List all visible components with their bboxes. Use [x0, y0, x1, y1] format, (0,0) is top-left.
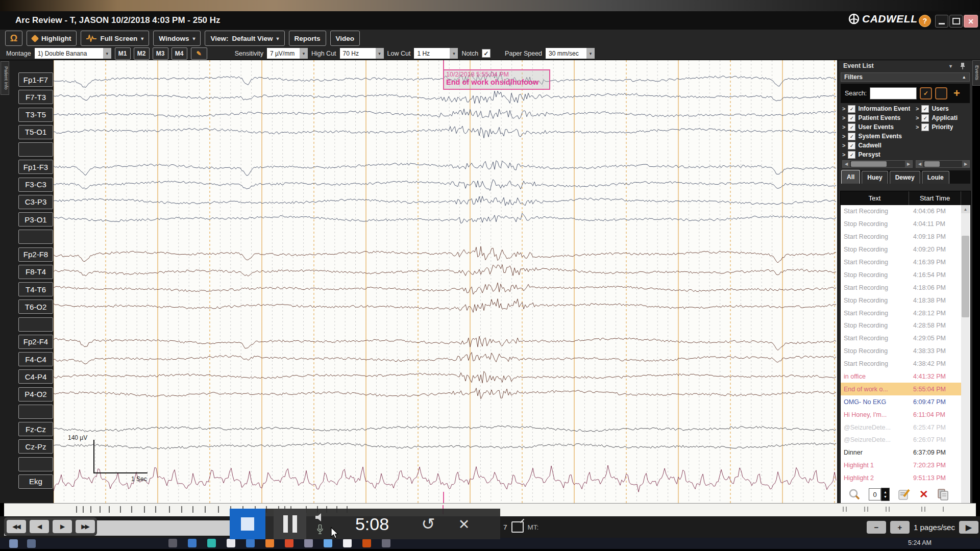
filter-scrollbar-right[interactable]: ◀ ▶ — [916, 160, 970, 168]
event-row[interactable]: Dinner6:37:09 PM — [841, 446, 961, 459]
user-tab-louie[interactable]: Louie — [922, 171, 949, 184]
taskbar-app-icon[interactable] — [362, 539, 371, 547]
taskbar-app-icon[interactable] — [207, 539, 216, 547]
view-selector[interactable]: View: Default View ▾ — [205, 31, 284, 46]
event-row[interactable]: Highlight 17:20:23 PM — [841, 459, 961, 472]
channel-label-fz-cz[interactable]: Fz-Cz — [18, 422, 53, 436]
channel-label-fp2-f8[interactable]: Fp2-F8 — [18, 247, 53, 262]
channel-label-c3-p3[interactable]: C3-P3 — [18, 195, 53, 209]
channel-label-blank[interactable] — [18, 457, 53, 471]
taskbar-app-icon[interactable] — [168, 539, 177, 547]
filter-checkbox[interactable]: ✓ — [848, 133, 855, 140]
channel-label-f4-c4[interactable]: F4-C4 — [18, 352, 53, 366]
montage-button-m4[interactable]: M4 — [172, 47, 187, 60]
close-playback-button[interactable]: ✕ — [446, 509, 482, 539]
scrollbar-thumb[interactable] — [851, 161, 887, 167]
filter-scrollbar-left[interactable]: ◀ ▶ — [842, 160, 913, 168]
taskbar-app-icon[interactable] — [304, 539, 313, 547]
filter-checkbox[interactable]: ✓ — [921, 105, 929, 113]
channel-label-p4-o2[interactable]: P4-O2 — [18, 387, 53, 402]
channel-label-f3-c3[interactable]: F3-C3 — [18, 178, 53, 192]
search-input[interactable] — [870, 87, 917, 99]
next-page-button[interactable]: ▶ — [53, 520, 72, 533]
expander-icon[interactable]: > — [842, 133, 845, 139]
channel-label-c4-p4[interactable]: C4-P4 — [18, 369, 53, 384]
user-tab-huey[interactable]: Huey — [862, 171, 888, 184]
channel-label-p3-o1[interactable]: P3-O1 — [18, 212, 53, 227]
filter-checkbox[interactable]: ✓ — [848, 123, 855, 131]
filter-item-system-events[interactable]: >✓System Events — [842, 132, 915, 141]
first-page-button[interactable]: ◀◀ — [7, 520, 26, 533]
filter-item-applicati[interactable]: >✓Applicati — [916, 113, 971, 122]
help-button[interactable]: ? — [919, 15, 931, 27]
spin-down-icon[interactable]: ▼ — [884, 495, 887, 498]
channel-label-fp1-f3[interactable]: Fp1-F3 — [18, 160, 53, 174]
filter-item-information-event[interactable]: >✓Information Event — [842, 104, 915, 113]
filter-item-persyst[interactable]: >✓Persyst — [842, 150, 915, 159]
chevron-down-icon[interactable]: ▾ — [949, 63, 952, 69]
expander-icon[interactable]: > — [842, 152, 845, 158]
edit-page-icon[interactable] — [511, 521, 524, 533]
sensitivity-select[interactable]: 7 µV/mm ▾ — [267, 48, 308, 59]
filter-checkbox[interactable]: ✓ — [921, 114, 929, 122]
expander-icon[interactable]: > — [916, 115, 919, 121]
play-pages-button[interactable]: ▶ — [959, 521, 978, 534]
channel-label-f7-t3[interactable]: F7-T3 — [18, 90, 53, 104]
event-row[interactable]: Hi Honey, I'm...6:11:04 PM — [841, 408, 961, 421]
filter-item-cadwell[interactable]: >✓Cadwell — [842, 141, 915, 150]
event-row[interactable]: Start Recording4:29:05 PM — [841, 332, 961, 345]
last-page-button[interactable]: ▶▶ — [76, 520, 95, 533]
fullscreen-button[interactable]: Full Screen ▾ — [81, 31, 149, 46]
user-tab-dewey[interactable]: Dewey — [890, 171, 920, 184]
event-row[interactable]: Start Recording4:38:42 PM — [841, 358, 961, 370]
check-all-icon[interactable]: ✓ — [920, 87, 932, 99]
scrollbar-thumb[interactable] — [962, 236, 969, 317]
taskbar-start-icon[interactable] — [9, 539, 18, 548]
event-row[interactable]: in office4:41:32 PM — [841, 370, 961, 383]
event-row[interactable]: Stop Recording4:09:20 PM — [841, 243, 961, 256]
montage-button-m2[interactable]: M2 — [134, 47, 150, 60]
event-row[interactable]: @SeizureDete...6:25:47 PM — [841, 421, 961, 434]
channel-label-t6-o2[interactable]: T6-O2 — [18, 299, 53, 314]
expander-icon[interactable]: > — [842, 106, 845, 112]
taskbar-app-icon[interactable] — [265, 539, 274, 547]
column-header-text[interactable]: Text — [841, 191, 909, 205]
channel-label-cz-pz[interactable]: Cz-Pz — [18, 439, 53, 454]
arc-logo-button[interactable]: Ω — [5, 31, 22, 46]
filter-item-priority[interactable]: >✓Priority — [916, 122, 971, 132]
scroll-right-icon[interactable]: ▶ — [962, 161, 969, 167]
filter-checkbox[interactable]: ✓ — [848, 151, 855, 159]
channel-label-ekg[interactable]: Ekg — [18, 474, 53, 489]
channel-label-fp2-f4[interactable]: Fp2-F4 — [18, 335, 53, 349]
event-row[interactable]: Highlight 29:51:13 PM — [841, 472, 961, 485]
event-row[interactable]: Stop Recording4:38:33 PM — [841, 345, 961, 358]
channel-label-blank[interactable] — [18, 405, 53, 419]
expander-icon[interactable]: > — [916, 124, 919, 130]
taskbar-app-icon[interactable] — [227, 539, 235, 547]
event-row[interactable]: Stop Recording4:16:54 PM — [841, 268, 961, 281]
event-row[interactable]: End of work o...5:55:04 PM — [841, 383, 961, 395]
taskbar-app-icon[interactable] — [382, 539, 390, 547]
channel-label-blank[interactable] — [18, 230, 53, 244]
taskbar-start-icon[interactable] — [27, 539, 36, 548]
expander-icon[interactable]: > — [916, 106, 919, 112]
montage-button-m3[interactable]: M3 — [153, 47, 168, 60]
speaker-icon[interactable] — [315, 513, 325, 521]
scroll-left-icon[interactable]: ◀ — [916, 161, 923, 167]
pause-button[interactable] — [274, 509, 306, 539]
channel-label-blank[interactable] — [18, 317, 53, 332]
channel-label-t5-o1[interactable]: T5-O1 — [18, 125, 53, 139]
filter-checkbox[interactable]: ✓ — [848, 105, 855, 113]
video-button[interactable]: Video — [330, 31, 360, 46]
delete-event-icon[interactable]: ✕ — [919, 488, 928, 500]
high-cut-select[interactable]: 70 Hz ▾ — [340, 48, 384, 59]
scrollbar-thumb[interactable] — [924, 161, 940, 167]
previous-page-button[interactable]: ◀ — [30, 520, 49, 533]
channel-label-f8-t4[interactable]: F8-T4 — [18, 265, 53, 279]
minimize-button[interactable] — [935, 15, 948, 28]
column-header-start-time[interactable]: Start Time — [909, 191, 961, 205]
close-button[interactable]: ✕ — [964, 15, 978, 28]
expander-icon[interactable]: > — [842, 124, 845, 130]
event-annotation[interactable]: 10/2/2018 5:55:04 PM End of work ohsidlh… — [443, 69, 550, 90]
filter-checkbox[interactable]: ✓ — [921, 123, 929, 131]
